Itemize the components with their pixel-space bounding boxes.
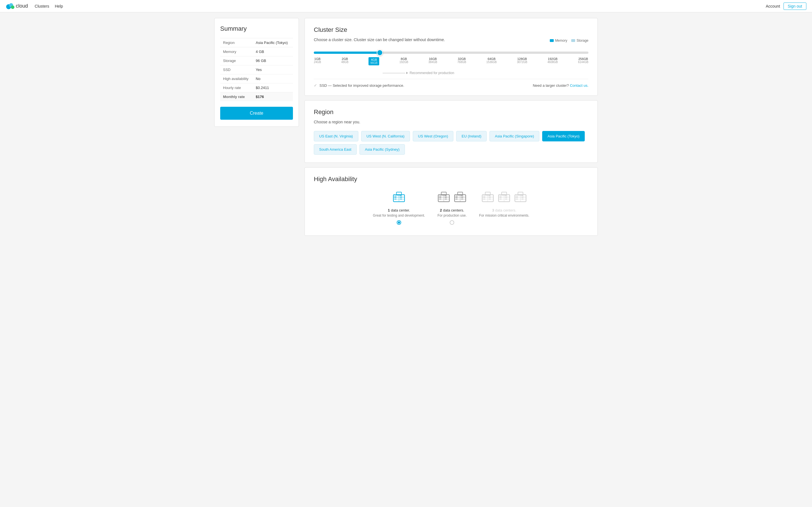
svg-rect-31 [456,197,458,198]
svg-rect-34 [461,197,463,198]
size-label[interactable]: 32GB 768GB [457,57,466,65]
svg-rect-23 [445,197,447,198]
region-button[interactable]: South America East [314,144,357,155]
size-label[interactable]: 192GB 4608GB [548,57,558,65]
region-buttons: US East (N. Virginia)US West (N. Califor… [314,131,589,155]
size-label[interactable]: 256GB 6144GB [578,57,589,65]
region-button[interactable]: US West (Oregon) [413,131,454,142]
ha-desc: 3 data centers. For mission critical env… [479,208,529,217]
larger-cluster: Need a larger cluster? Contact us. [533,83,589,88]
summary-title: Summary [220,25,293,33]
radio-dot[interactable] [450,220,454,225]
svg-rect-65 [516,199,518,200]
ha-sublabel: For mission critical environments. [479,214,529,217]
size-label[interactable]: 64GB 1536GB [486,57,497,65]
svg-rect-41 [483,196,485,196]
size-stor: 4608GB [548,61,558,64]
svg-rect-35 [461,199,463,200]
main-content: Cluster Size Choose a cluster size. Clus… [305,18,598,236]
size-label[interactable]: 8GB 192GB [400,57,408,65]
legend-storage-label: Storage [576,39,589,43]
region-button[interactable]: US East (N. Virginia) [314,131,358,142]
svg-rect-19 [439,196,441,196]
radio-dot[interactable] [397,220,401,225]
create-button[interactable]: Create [220,107,293,120]
size-stor: 96GB [370,61,377,64]
summary-value: No [253,74,293,83]
ha-count: 1 data center. [373,208,425,212]
svg-rect-33 [461,196,463,196]
region-title: Region [314,108,589,116]
sidebar: Summary Region Asia Pacific (Tokyo) Memo… [214,18,299,236]
size-mem: 32GB [457,57,466,61]
size-label[interactable]: 2GB 48GB [341,57,349,65]
contact-link[interactable]: Contact us. [570,83,589,88]
slider-track[interactable] [314,52,589,54]
summary-label: Hourly rate [220,83,253,93]
legend-storage-color [571,39,575,42]
svg-rect-21 [439,199,441,200]
recommended-text: Recommended for production [383,71,589,75]
svg-rect-43 [483,199,485,200]
datacenter-icon [391,189,407,205]
ha-count: 3 data centers. [479,208,529,212]
summary-label: High availability [220,74,253,83]
svg-rect-8 [395,196,396,196]
summary-row: Region Asia Pacific (Tokyo) [220,38,293,47]
ha-option: 3 data centers. For mission critical env… [479,189,529,225]
summary-card: Summary Region Asia Pacific (Tokyo) Memo… [214,18,299,127]
ha-radio[interactable] [436,220,468,225]
ha-title: High Availability [314,175,589,183]
svg-rect-12 [400,197,402,198]
region-section: Region Choose a region near you. US East… [305,100,598,163]
summary-value: Yes [253,65,293,74]
signout-button[interactable]: Sign out [783,3,806,10]
logo[interactable]: cloud [6,2,28,11]
datacenter-icon [436,189,451,205]
size-stor: 24GB [314,61,321,64]
slider-container[interactable]: 1GB 24GB 2GB 48GB 4GB 96GB 8GB 192GB 16G… [314,49,589,65]
account-link[interactable]: Account [766,4,780,8]
region-button[interactable]: Asia Pacific (Sydney) [359,144,405,155]
svg-rect-68 [522,199,523,200]
svg-rect-45 [489,197,491,198]
size-mem: 16GB [428,57,437,61]
cluster-size-section: Cluster Size Choose a cluster size. Clus… [305,18,598,96]
summary-value: $176 [253,93,293,101]
svg-rect-42 [483,197,485,198]
datacenter-icon [480,189,495,205]
slider-thumb[interactable] [377,50,383,56]
summary-label: Region [220,38,253,47]
ha-icon-row [436,189,468,205]
region-button[interactable]: Asia Pacific (Tokyo) [542,131,585,142]
logo-icon [6,2,15,11]
ha-option[interactable]: 2 data centers. For production use. [436,189,468,225]
svg-rect-64 [516,197,518,198]
summary-value: $0.2411 [253,83,293,93]
page-layout: Summary Region Asia Pacific (Tokyo) Memo… [209,12,603,241]
svg-point-2 [11,5,14,9]
size-label[interactable]: 1GB 24GB [314,57,321,65]
slider-fill [314,52,380,54]
ha-option[interactable]: 1 data center. Great for testing and dev… [373,189,425,225]
region-button[interactable]: EU (Ireland) [456,131,487,142]
svg-rect-44 [489,196,491,196]
size-label[interactable]: 128GB 3072GB [517,57,527,65]
ha-sublabel: Great for testing and development. [373,214,425,217]
nav-help[interactable]: Help [55,4,63,8]
size-label[interactable]: 16GB 384GB [428,57,437,65]
svg-rect-32 [456,199,458,200]
navbar-links: Clusters Help [35,4,63,8]
nav-clusters[interactable]: Clusters [35,4,49,8]
region-button[interactable]: US West (N. California) [361,131,410,142]
svg-rect-24 [445,199,447,200]
legend: Memory Storage [550,39,589,43]
legend-storage: Storage [571,39,589,43]
ssd-row: ✓ SSD — Selected for improved storage pe… [314,79,589,88]
size-stor: 1536GB [486,61,497,64]
ha-radio[interactable] [373,220,425,225]
size-label[interactable]: 4GB 96GB [368,57,379,65]
region-button[interactable]: Asia Pacific (Singapore) [490,131,539,142]
svg-rect-66 [522,196,523,196]
size-mem: 192GB [548,57,558,61]
